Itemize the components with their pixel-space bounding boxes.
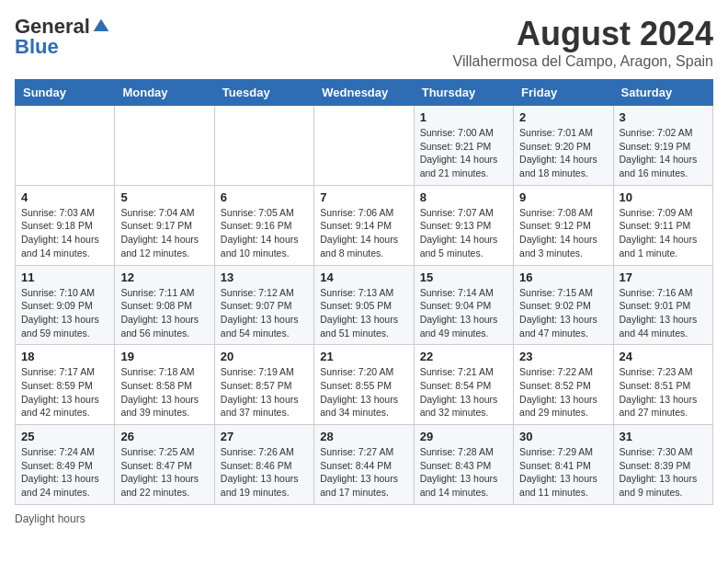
day-info: Sunrise: 7:00 AM Sunset: 9:21 PM Dayligh…: [420, 126, 507, 180]
calendar-week-row: 1Sunrise: 7:00 AM Sunset: 9:21 PM Daylig…: [16, 106, 713, 186]
day-info: Sunrise: 7:27 AM Sunset: 8:44 PM Dayligh…: [320, 445, 407, 500]
day-info: Sunrise: 7:17 AM Sunset: 8:59 PM Dayligh…: [21, 365, 108, 419]
day-number: 23: [519, 350, 607, 363]
calendar-cell: [214, 106, 313, 186]
day-number: 8: [420, 190, 507, 204]
day-number: 30: [519, 430, 607, 443]
day-info: Sunrise: 7:23 AM Sunset: 8:51 PM Dayligh…: [620, 365, 707, 419]
calendar-week-row: 25Sunrise: 7:24 AM Sunset: 8:49 PM Dayli…: [16, 425, 713, 505]
day-info: Sunrise: 7:22 AM Sunset: 8:52 PM Dayligh…: [519, 365, 607, 419]
calendar-cell: 10Sunrise: 7:09 AM Sunset: 9:11 PM Dayli…: [613, 185, 712, 265]
calendar-cell: 25Sunrise: 7:24 AM Sunset: 8:49 PM Dayli…: [16, 425, 115, 505]
day-info: Sunrise: 7:30 AM Sunset: 8:39 PM Dayligh…: [620, 445, 707, 500]
calendar-cell: 22Sunrise: 7:21 AM Sunset: 8:54 PM Dayli…: [414, 345, 513, 425]
calendar-cell: 27Sunrise: 7:26 AM Sunset: 8:46 PM Dayli…: [214, 425, 313, 505]
day-info: Sunrise: 7:24 AM Sunset: 8:49 PM Dayligh…: [21, 445, 108, 500]
calendar-cell: 4Sunrise: 7:03 AM Sunset: 9:18 PM Daylig…: [16, 185, 115, 265]
calendar-cell: 15Sunrise: 7:14 AM Sunset: 9:04 PM Dayli…: [414, 265, 513, 345]
day-number: 18: [21, 350, 108, 363]
calendar-body: 1Sunrise: 7:00 AM Sunset: 9:21 PM Daylig…: [16, 106, 713, 505]
title-block: August 2024 Villahermosa del Campo, Arag…: [453, 15, 713, 70]
calendar-cell: 12Sunrise: 7:11 AM Sunset: 9:08 PM Dayli…: [115, 265, 214, 345]
calendar-cell: 16Sunrise: 7:15 AM Sunset: 9:02 PM Dayli…: [514, 265, 613, 345]
day-number: 5: [120, 190, 208, 204]
calendar-cell: 20Sunrise: 7:19 AM Sunset: 8:57 PM Dayli…: [214, 345, 313, 425]
day-info: Sunrise: 7:05 AM Sunset: 9:16 PM Dayligh…: [221, 206, 308, 260]
weekday-header-saturday: Saturday: [613, 80, 712, 106]
day-number: 2: [519, 110, 607, 124]
day-number: 9: [519, 190, 607, 204]
calendar-cell: 29Sunrise: 7:28 AM Sunset: 8:43 PM Dayli…: [414, 425, 513, 505]
day-info: Sunrise: 7:26 AM Sunset: 8:46 PM Dayligh…: [221, 445, 308, 500]
day-info: Sunrise: 7:25 AM Sunset: 8:47 PM Dayligh…: [120, 445, 208, 500]
day-number: 16: [519, 270, 607, 284]
day-number: 27: [221, 430, 308, 443]
day-number: 26: [120, 430, 208, 443]
day-info: Sunrise: 7:21 AM Sunset: 8:54 PM Dayligh…: [420, 365, 507, 419]
calendar-cell: 13Sunrise: 7:12 AM Sunset: 9:07 PM Dayli…: [214, 265, 313, 345]
day-info: Sunrise: 7:29 AM Sunset: 8:41 PM Dayligh…: [519, 445, 607, 500]
day-number: 21: [320, 350, 407, 363]
daylight-hours-label: Daylight hours: [15, 512, 85, 525]
calendar-week-row: 18Sunrise: 7:17 AM Sunset: 8:59 PM Dayli…: [16, 345, 713, 425]
calendar-table: SundayMondayTuesdayWednesdayThursdayFrid…: [15, 79, 713, 505]
day-info: Sunrise: 7:16 AM Sunset: 9:01 PM Dayligh…: [620, 286, 707, 340]
calendar-cell: 31Sunrise: 7:30 AM Sunset: 8:39 PM Dayli…: [613, 425, 712, 505]
calendar-cell: 6Sunrise: 7:05 AM Sunset: 9:16 PM Daylig…: [214, 185, 313, 265]
day-info: Sunrise: 7:12 AM Sunset: 9:07 PM Dayligh…: [221, 286, 308, 340]
day-info: Sunrise: 7:10 AM Sunset: 9:09 PM Dayligh…: [21, 286, 108, 340]
calendar-cell: 1Sunrise: 7:00 AM Sunset: 9:21 PM Daylig…: [414, 106, 513, 186]
day-number: 12: [120, 270, 208, 284]
calendar-cell: 3Sunrise: 7:02 AM Sunset: 9:19 PM Daylig…: [613, 106, 712, 186]
day-info: Sunrise: 7:28 AM Sunset: 8:43 PM Dayligh…: [420, 445, 507, 500]
location-subtitle: Villahermosa del Campo, Aragon, Spain: [453, 53, 713, 70]
day-info: Sunrise: 7:08 AM Sunset: 9:12 PM Dayligh…: [519, 206, 607, 260]
day-info: Sunrise: 7:20 AM Sunset: 8:55 PM Dayligh…: [320, 365, 407, 419]
weekday-header-monday: Monday: [115, 80, 214, 106]
day-number: 15: [420, 270, 507, 284]
calendar-cell: 8Sunrise: 7:07 AM Sunset: 9:13 PM Daylig…: [414, 185, 513, 265]
day-number: 3: [620, 110, 707, 124]
day-info: Sunrise: 7:06 AM Sunset: 9:14 PM Dayligh…: [320, 206, 407, 260]
day-info: Sunrise: 7:11 AM Sunset: 9:08 PM Dayligh…: [120, 286, 208, 340]
day-number: 19: [120, 350, 208, 363]
calendar-week-row: 11Sunrise: 7:10 AM Sunset: 9:09 PM Dayli…: [16, 265, 713, 345]
weekday-header-wednesday: Wednesday: [314, 80, 414, 106]
calendar-cell: [115, 106, 214, 186]
calendar-cell: [314, 106, 414, 186]
day-number: 24: [620, 350, 707, 363]
svg-marker-0: [94, 19, 109, 31]
calendar-cell: 14Sunrise: 7:13 AM Sunset: 9:05 PM Dayli…: [314, 265, 414, 345]
day-number: 7: [320, 190, 407, 204]
calendar-cell: 5Sunrise: 7:04 AM Sunset: 9:17 PM Daylig…: [115, 185, 214, 265]
calendar-cell: 18Sunrise: 7:17 AM Sunset: 8:59 PM Dayli…: [16, 345, 115, 425]
day-number: 4: [21, 190, 108, 204]
day-number: 22: [420, 350, 507, 363]
day-info: Sunrise: 7:01 AM Sunset: 9:20 PM Dayligh…: [519, 126, 607, 180]
page-header: General Blue August 2024 Villahermosa de…: [15, 15, 713, 70]
logo-icon: [92, 17, 110, 36]
calendar-cell: 30Sunrise: 7:29 AM Sunset: 8:41 PM Dayli…: [514, 425, 613, 505]
calendar-cell: 19Sunrise: 7:18 AM Sunset: 8:58 PM Dayli…: [115, 345, 214, 425]
calendar-cell: 2Sunrise: 7:01 AM Sunset: 9:20 PM Daylig…: [514, 106, 613, 186]
logo: General Blue: [15, 15, 110, 59]
day-number: 17: [620, 270, 707, 284]
calendar-cell: 21Sunrise: 7:20 AM Sunset: 8:55 PM Dayli…: [314, 345, 414, 425]
day-info: Sunrise: 7:09 AM Sunset: 9:11 PM Dayligh…: [620, 206, 707, 260]
weekday-header-row: SundayMondayTuesdayWednesdayThursdayFrid…: [16, 80, 713, 106]
day-number: 25: [21, 430, 108, 443]
calendar-cell: 23Sunrise: 7:22 AM Sunset: 8:52 PM Dayli…: [514, 345, 613, 425]
day-number: 20: [221, 350, 308, 363]
day-info: Sunrise: 7:02 AM Sunset: 9:19 PM Dayligh…: [620, 126, 707, 180]
day-number: 1: [420, 110, 507, 124]
calendar-week-row: 4Sunrise: 7:03 AM Sunset: 9:18 PM Daylig…: [16, 185, 713, 265]
calendar-cell: 11Sunrise: 7:10 AM Sunset: 9:09 PM Dayli…: [16, 265, 115, 345]
calendar-cell: 7Sunrise: 7:06 AM Sunset: 9:14 PM Daylig…: [314, 185, 414, 265]
day-info: Sunrise: 7:15 AM Sunset: 9:02 PM Dayligh…: [519, 286, 607, 340]
day-info: Sunrise: 7:04 AM Sunset: 9:17 PM Dayligh…: [120, 206, 208, 260]
logo-blue-text: Blue: [15, 35, 59, 59]
calendar-cell: 9Sunrise: 7:08 AM Sunset: 9:12 PM Daylig…: [514, 185, 613, 265]
footer: Daylight hours: [15, 512, 713, 525]
day-info: Sunrise: 7:13 AM Sunset: 9:05 PM Dayligh…: [320, 286, 407, 340]
day-number: 14: [320, 270, 407, 284]
